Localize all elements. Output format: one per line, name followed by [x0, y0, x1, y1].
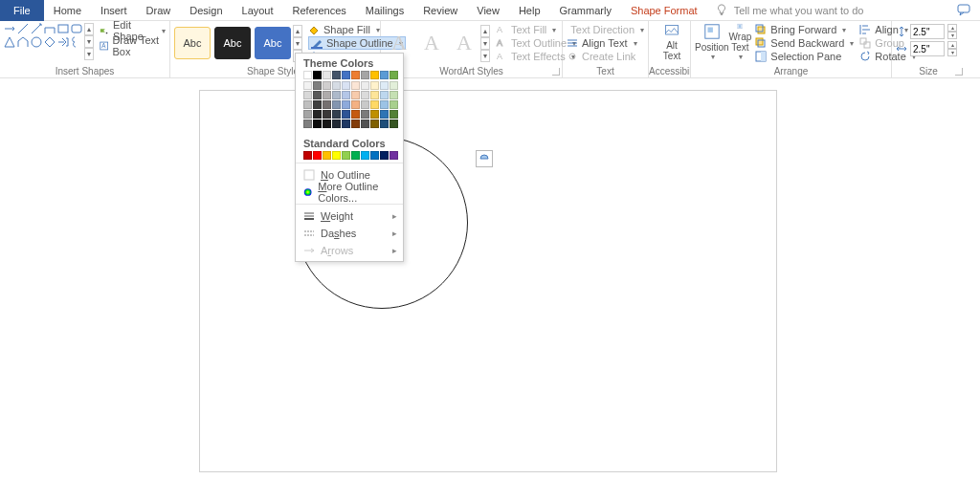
weight-item[interactable]: Weight ▸ [296, 207, 403, 225]
color-swatch[interactable] [332, 151, 341, 160]
send-backward-button[interactable]: Send Backward▾ [755, 36, 854, 50]
color-swatch[interactable] [370, 81, 379, 90]
color-swatch[interactable] [351, 71, 360, 79]
color-swatch[interactable] [390, 100, 398, 109]
wordart-launcher[interactable] [552, 68, 560, 76]
tab-file[interactable]: File [0, 0, 44, 21]
color-swatch[interactable] [351, 110, 360, 119]
color-swatch[interactable] [361, 110, 369, 119]
color-swatch[interactable] [380, 100, 389, 109]
shape-gallery[interactable] [4, 23, 82, 60]
color-swatch[interactable] [380, 120, 389, 128]
color-swatch[interactable] [323, 120, 331, 128]
shape-height-input[interactable] [910, 24, 945, 39]
text-direction-button[interactable]: A Text Direction▾ [567, 23, 644, 36]
layout-options-button[interactable] [476, 150, 493, 167]
color-swatch[interactable] [351, 91, 360, 99]
color-swatch[interactable] [332, 71, 341, 79]
size-launcher[interactable] [955, 68, 963, 76]
color-swatch[interactable] [313, 151, 322, 160]
more-colors-item[interactable]: More Outline Colors... [296, 184, 403, 201]
color-swatch[interactable] [332, 81, 341, 90]
shape-width-input[interactable] [910, 41, 945, 56]
color-swatch[interactable] [323, 110, 331, 119]
width-spinner[interactable]: ▴▾ [947, 41, 957, 56]
color-swatch[interactable] [390, 151, 398, 160]
color-swatch[interactable] [303, 120, 312, 128]
color-swatch[interactable] [361, 151, 369, 160]
tab-insert[interactable]: Insert [91, 0, 137, 21]
color-swatch[interactable] [303, 100, 312, 109]
color-swatch[interactable] [370, 91, 379, 99]
color-swatch[interactable] [342, 120, 350, 128]
color-swatch[interactable] [323, 100, 331, 109]
color-swatch[interactable] [323, 81, 331, 90]
color-swatch[interactable] [390, 81, 398, 90]
color-swatch[interactable] [342, 151, 350, 160]
wordart-thumb[interactable]: A [450, 29, 479, 57]
tell-me-search[interactable]: Tell me what you want to do [715, 4, 864, 17]
tab-draw[interactable]: Draw [137, 0, 181, 21]
color-swatch[interactable] [332, 100, 341, 109]
tab-shape-format[interactable]: Shape Format [621, 0, 707, 21]
tab-review[interactable]: Review [413, 0, 467, 21]
color-swatch[interactable] [303, 151, 312, 160]
height-spinner[interactable]: ▴▾ [947, 24, 957, 39]
color-swatch[interactable] [303, 91, 312, 99]
color-swatch[interactable] [323, 71, 331, 79]
document-page[interactable] [199, 90, 777, 472]
color-swatch[interactable] [361, 100, 369, 109]
shape-style-gallery[interactable]: Abc Abc Abc [174, 27, 291, 59]
draw-text-box-button[interactable]: A Draw Text Box [100, 38, 166, 54]
color-swatch[interactable] [390, 110, 398, 119]
style-thumb-3[interactable]: Abc [255, 27, 291, 59]
color-swatch[interactable] [380, 91, 389, 99]
color-swatch[interactable] [332, 120, 341, 128]
color-swatch[interactable] [332, 91, 341, 99]
style-thumb-1[interactable]: Abc [174, 27, 211, 59]
tab-grammarly[interactable]: Grammarly [550, 0, 621, 21]
position-button[interactable]: Position▾ [695, 23, 729, 61]
color-swatch[interactable] [313, 71, 322, 79]
align-text-button[interactable]: Align Text▾ [567, 36, 644, 50]
color-swatch[interactable] [342, 91, 350, 99]
tab-mailings[interactable]: Mailings [356, 0, 413, 21]
color-swatch[interactable] [332, 110, 341, 119]
shape-gallery-scroll[interactable]: ▴▾▾ [84, 23, 94, 60]
wordart-thumb[interactable]: A [417, 29, 446, 57]
color-swatch[interactable] [342, 71, 350, 79]
style-thumb-2[interactable]: Abc [214, 27, 251, 59]
bring-forward-button[interactable]: Bring Forward▾ [755, 23, 854, 36]
tab-help[interactable]: Help [509, 0, 550, 21]
comments-icon[interactable] [957, 3, 972, 18]
alt-text-button[interactable]: Alt Text [653, 23, 691, 61]
color-swatch[interactable] [390, 91, 398, 99]
tab-home[interactable]: Home [44, 0, 91, 21]
color-swatch[interactable] [342, 81, 350, 90]
color-swatch[interactable] [361, 71, 369, 79]
color-swatch[interactable] [361, 81, 369, 90]
color-swatch[interactable] [351, 81, 360, 90]
color-swatch[interactable] [370, 151, 379, 160]
color-swatch[interactable] [313, 100, 322, 109]
color-swatch[interactable] [370, 100, 379, 109]
tab-view[interactable]: View [467, 0, 509, 21]
tab-design[interactable]: Design [180, 0, 232, 21]
wrap-text-button[interactable]: Wrap Text▾ [729, 23, 752, 61]
selection-pane-button[interactable]: Selection Pane [755, 50, 854, 63]
tab-layout[interactable]: Layout [233, 0, 283, 21]
color-swatch[interactable] [342, 100, 350, 109]
color-swatch[interactable] [380, 151, 389, 160]
color-swatch[interactable] [351, 151, 360, 160]
wordart-gallery-scroll[interactable]: ▴▾▾ [480, 25, 490, 62]
color-swatch[interactable] [390, 71, 398, 79]
color-swatch[interactable] [323, 151, 331, 160]
tab-references[interactable]: References [283, 0, 356, 21]
color-swatch[interactable] [303, 71, 312, 79]
color-swatch[interactable] [313, 81, 322, 90]
color-swatch[interactable] [342, 110, 350, 119]
color-swatch[interactable] [361, 91, 369, 99]
color-swatch[interactable] [370, 110, 379, 119]
color-swatch[interactable] [390, 120, 398, 128]
color-swatch[interactable] [380, 71, 389, 79]
